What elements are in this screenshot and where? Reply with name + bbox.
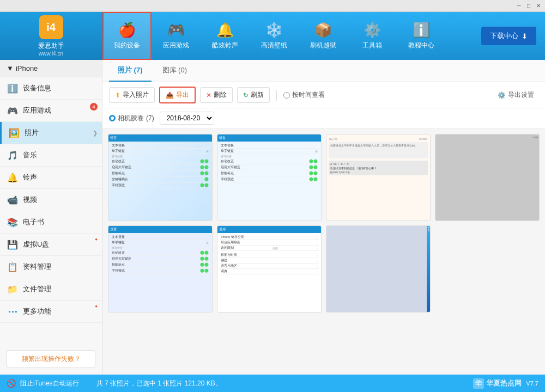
sidebar: ▼ iPhone ℹ️ 设备信息 🎮 应用游戏 4 🖼️ 照片 ❯ 🎵 音乐 🔔: [0, 60, 102, 375]
delete-icon: ✕: [206, 91, 211, 99]
photo-thumb-7[interactable]: [326, 225, 431, 313]
date-select[interactable]: 2018-08-20: [160, 112, 214, 125]
download-center-button[interactable]: 下载中心 ⬇: [481, 27, 536, 45]
photo-thumb-3[interactable]: 输入框mkdox 你要发送文字到字母键盘文字的输入人员，您可以从人群查看是什么的…: [326, 134, 431, 221]
watermark: 华 华夏热点网: [473, 378, 522, 389]
ebook-sidebar-icon: 📚: [7, 216, 19, 228]
statusbar: 🚫 阻止iTunes自动运行 共 7 张照片，已选中 1 张照片 121.20 …: [0, 375, 545, 392]
sidebar-photos-label: 照片: [25, 128, 95, 138]
export-button[interactable]: 📤 导出: [159, 87, 196, 103]
photo-preview-4: msd: [435, 134, 539, 220]
chevron-down-icon: ▼: [7, 64, 14, 72]
video-sidebar-icon: 📹: [7, 194, 19, 206]
device-info-icon: ℹ️: [7, 82, 19, 94]
nav-toolbox-label: 工具箱: [362, 41, 382, 50]
sidebar-item-more[interactable]: ⋯ 更多功能 ●: [0, 301, 102, 323]
delete-label: 删除: [214, 90, 227, 100]
gear-icon: ⚙️: [498, 91, 506, 99]
export-settings-label: 导出设置: [508, 90, 534, 100]
sidebar-item-music[interactable]: 🎵 音乐: [0, 144, 102, 167]
more-sidebar-icon: ⋯: [7, 305, 19, 317]
sidebar-item-file-mgr[interactable]: 📁 文件管理: [0, 278, 102, 301]
minimize-button[interactable]: ─: [514, 2, 523, 10]
my-device-icon: 🍎: [118, 22, 136, 39]
app-game-sidebar-icon: 🎮: [7, 105, 19, 117]
nav-app-game[interactable]: 🎮 应用游戏: [152, 12, 201, 60]
tab-album-label: 图库 (0): [162, 66, 187, 74]
more-badge: ●: [95, 304, 98, 309]
sidebar-item-ebook[interactable]: 📚 电子书: [0, 211, 102, 234]
radio-checked-icon: [109, 115, 116, 121]
photo-preview-3: 输入框mkdox 你要发送文字到字母键盘文字的输入人员，您可以从人群查看是什么的…: [326, 134, 430, 220]
nav-my-device[interactable]: 🍎 我的设备: [102, 12, 152, 60]
toolbar-divider: [276, 90, 277, 101]
nav-my-device-label: 我的设备: [114, 41, 140, 50]
jailbreak-nav-icon: 📦: [314, 22, 332, 39]
tabs-bar: 照片 (7) 图库 (0): [102, 60, 545, 82]
download-center-label: 下载中心: [490, 31, 518, 41]
data-mgr-sidebar-icon: 📋: [7, 261, 19, 273]
photo-count: (7): [146, 114, 154, 122]
music-sidebar-icon: 🎵: [7, 149, 19, 161]
nav-app-game-label: 应用游戏: [163, 41, 189, 50]
stats-text: 共 7 张照片，已选中 1 张照片 121.20 KB。: [96, 379, 222, 388]
close-button[interactable]: ✕: [534, 2, 543, 10]
time-view-radio[interactable]: 按时间查看: [283, 90, 325, 100]
ringtones-sidebar-icon: 🔔: [7, 171, 19, 183]
toolbar: ⬆ 导入照片 📤 导出 ✕ 删除 ↻ 刷新 按时间查看 ⚙️: [102, 82, 545, 108]
sidebar-item-video[interactable]: 📹 视频: [0, 189, 102, 211]
nav-jailbreak[interactable]: 📦 刷机越狱: [299, 12, 348, 60]
delete-button[interactable]: ✕ 删除: [200, 87, 233, 103]
sidebar-item-ringtones[interactable]: 🔔 铃声: [0, 167, 102, 189]
photo-thumb-5[interactable]: 设置 文本替换 单手键盘关 拼写检查 自动改正⬤⬤ 启用大写锁定⬤⬤ 智能标点⬤…: [108, 225, 213, 313]
nav-tutorial[interactable]: ℹ️ 教程中心: [397, 12, 446, 60]
logo-area: i4 爱思助手 www.i4.cn: [0, 12, 102, 60]
refresh-icon: ↻: [243, 91, 249, 99]
tab-album[interactable]: 图库 (0): [154, 60, 196, 82]
sidebar-bottom: 频繁出现操作失败？: [0, 344, 102, 375]
nav-jailbreak-label: 刷机越狱: [310, 41, 336, 50]
toolbox-nav-icon: ⚙️: [364, 22, 381, 39]
photo-thumb-4[interactable]: msd: [435, 134, 540, 221]
itunes-block-icon: 🚫: [7, 379, 16, 388]
nav-toolbox[interactable]: ⚙️ 工具箱: [348, 12, 397, 60]
sidebar-item-data-mgr[interactable]: 📋 资料管理: [0, 256, 102, 278]
freq-fail-button[interactable]: 频繁出现操作失败？: [7, 350, 95, 368]
sidebar-data-mgr-label: 资料管理: [23, 262, 95, 272]
photos-chevron-icon: ❯: [93, 130, 98, 137]
export-label: 导出: [176, 90, 189, 100]
tab-photos[interactable]: 照片 (7): [109, 60, 152, 82]
photo-thumb-1[interactable]: 设置 文本替换 单手键盘关 拼写检查 自动改正⬤⬤ 启用大写锁定⬤⬤ 智能标点⬤…: [108, 134, 213, 221]
virtual-u-sidebar-icon: 💾: [7, 238, 19, 250]
import-photos-button[interactable]: ⬆ 导入照片: [109, 87, 155, 103]
import-photos-label: 导入照片: [123, 90, 149, 100]
titlebar: ─ □ ✕: [0, 0, 545, 12]
time-view-label: 按时间查看: [292, 90, 325, 100]
photo-preview-1: 设置 文本替换 单手键盘关 拼写检查 自动改正⬤⬤ 启用大写锁定⬤⬤ 智能标点⬤…: [108, 134, 212, 220]
tutorial-nav-icon: ℹ️: [413, 22, 430, 39]
refresh-button[interactable]: ↻ 刷新: [237, 87, 270, 103]
sidebar-ebook-label: 电子书: [23, 217, 95, 227]
sidebar-item-device-info[interactable]: ℹ️ 设备信息: [0, 77, 102, 100]
sidebar-item-app-game[interactable]: 🎮 应用游戏 4: [0, 100, 102, 122]
sidebar-item-virtual-u[interactable]: 💾 虚拟U盘 ●: [0, 234, 102, 256]
nav-wallpaper-label: 高清壁纸: [261, 41, 287, 50]
download-arrow-icon: ⬇: [522, 32, 528, 40]
maximize-button[interactable]: □: [524, 2, 533, 10]
camera-roll-radio[interactable]: 相机胶卷 (7): [109, 114, 154, 123]
export-settings-button[interactable]: ⚙️ 导出设置: [493, 88, 538, 102]
nav-wallpaper[interactable]: ❄️ 高清壁纸: [250, 12, 299, 60]
import-icon: ⬆: [115, 91, 120, 99]
sidebar-virtual-u-label: 虚拟U盘: [23, 240, 95, 249]
version-area: 华 华夏热点网 V7.7: [473, 378, 538, 389]
device-name: iPhone: [16, 64, 38, 72]
sidebar-app-game-label: 应用游戏: [23, 106, 95, 115]
camera-roll-label: 相机胶卷: [118, 114, 144, 123]
nav-ringtone[interactable]: 🔔 酷炫铃声: [201, 12, 250, 60]
photo-thumb-2[interactable]: 键盘 文本替换 单手键盘关 拼写检查 自动改正⬤⬤ 启用大写锁定⬤⬤ 智能标点⬤…: [217, 134, 322, 221]
wallpaper-nav-icon: ❄️: [265, 22, 283, 39]
sidebar-item-photos[interactable]: 🖼️ 照片 ❯: [0, 122, 102, 144]
status-text: 阻止iTunes自动运行: [20, 379, 79, 388]
freq-fail-label: 频繁出现操作失败？: [22, 355, 81, 363]
photo-thumb-6[interactable]: 通用 iPhone 储存空间› 后台应用刷新› 访问限制关闭› 日期与时间› 键…: [217, 225, 322, 313]
